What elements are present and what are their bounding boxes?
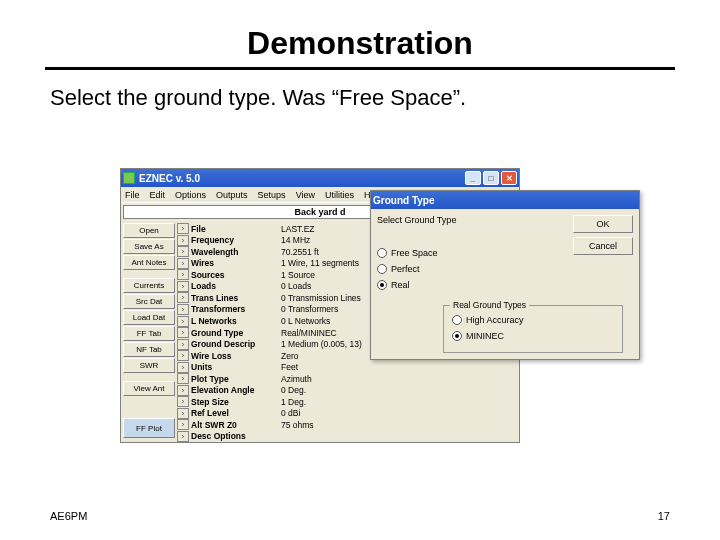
property-value: Feet [281, 362, 517, 372]
radio-label: Real [391, 280, 410, 290]
fftab-button[interactable]: FF Tab [123, 326, 175, 341]
property-label: Desc Options [191, 431, 281, 441]
radio-mininec[interactable]: MININEC [452, 328, 614, 344]
chevron-icon: › [177, 223, 189, 234]
property-label: Frequency [191, 235, 281, 245]
menu-setups[interactable]: Setups [258, 190, 286, 200]
ffplot-button[interactable]: FF Plot [123, 418, 175, 438]
chevron-icon: › [177, 235, 189, 246]
menu-utilities[interactable]: Utilities [325, 190, 354, 200]
radio-label: Perfect [391, 264, 420, 274]
menu-edit[interactable]: Edit [150, 190, 166, 200]
property-row[interactable]: ›Desc Options [177, 431, 517, 443]
minimize-button[interactable]: _ [465, 171, 481, 185]
radio-icon [452, 331, 462, 341]
property-label: File [191, 224, 281, 234]
dialog-label: Select Ground Type [377, 215, 565, 225]
page-number: 17 [658, 510, 670, 522]
chevron-icon: › [177, 396, 189, 407]
chevron-icon: › [177, 419, 189, 430]
real-ground-group: Real Ground Types High Accuracy MININEC [443, 305, 623, 353]
ok-button[interactable]: OK [573, 215, 633, 233]
property-value: 0 dBi [281, 408, 517, 418]
menu-outputs[interactable]: Outputs [216, 190, 248, 200]
nftab-button[interactable]: NF Tab [123, 342, 175, 357]
radio-real[interactable]: Real [377, 277, 565, 293]
saveas-button[interactable]: Save As [123, 239, 175, 254]
currents-button[interactable]: Currents [123, 278, 175, 293]
property-value: 1 Deg. [281, 397, 517, 407]
radio-icon [377, 280, 387, 290]
menu-view[interactable]: View [296, 190, 315, 200]
property-label: L Networks [191, 316, 281, 326]
dialog-title: Ground Type [373, 195, 434, 206]
menu-options[interactable]: Options [175, 190, 206, 200]
property-value: 0 Deg. [281, 385, 517, 395]
group-title: Real Ground Types [450, 300, 529, 310]
instruction-text: Select the ground type. Was “Free Space”… [50, 85, 670, 111]
antnotes-button[interactable]: Ant Notes [123, 255, 175, 270]
radio-label: Free Space [391, 248, 438, 258]
property-label: Loads [191, 281, 281, 291]
property-row[interactable]: ›UnitsFeet [177, 361, 517, 373]
app-titlebar[interactable]: EZNEC v. 5.0 _ □ ✕ [121, 169, 519, 187]
property-label: Step Size [191, 397, 281, 407]
radio-label: High Accuracy [466, 315, 524, 325]
menu-file[interactable]: File [125, 190, 140, 200]
viewant-button[interactable]: View Ant [123, 381, 175, 396]
chevron-icon: › [177, 269, 189, 280]
property-value: 75 ohms [281, 420, 517, 430]
property-label: Units [191, 362, 281, 372]
chevron-icon: › [177, 316, 189, 327]
radio-label: MININEC [466, 331, 504, 341]
radio-high-accuracy[interactable]: High Accuracy [452, 312, 614, 328]
srcdat-button[interactable]: Src Dat [123, 294, 175, 309]
property-label: Alt SWR Z0 [191, 420, 281, 430]
radio-icon [377, 264, 387, 274]
property-label: Sources [191, 270, 281, 280]
property-label: Trans Lines [191, 293, 281, 303]
loaddat-button[interactable]: Load Dat [123, 310, 175, 325]
property-label: Plot Type [191, 374, 281, 384]
radio-icon [452, 315, 462, 325]
swr-button[interactable]: SWR [123, 358, 175, 373]
property-label: Ground Type [191, 328, 281, 338]
open-button[interactable]: Open [123, 223, 175, 238]
slide-title: Demonstration [0, 25, 720, 62]
chevron-icon: › [177, 258, 189, 269]
maximize-button[interactable]: □ [483, 171, 499, 185]
title-rule [45, 67, 675, 70]
property-label: Wires [191, 258, 281, 268]
app-title: EZNEC v. 5.0 [139, 173, 200, 184]
chevron-icon: › [177, 281, 189, 292]
radio-free-space[interactable]: Free Space [377, 245, 565, 261]
chevron-icon: › [177, 431, 189, 442]
property-label: Ref Level [191, 408, 281, 418]
chevron-icon: › [177, 327, 189, 338]
chevron-icon: › [177, 350, 189, 361]
property-label: Transformers [191, 304, 281, 314]
dialog-titlebar[interactable]: Ground Type [371, 191, 639, 209]
property-value: Azimuth [281, 374, 517, 384]
chevron-icon: › [177, 362, 189, 373]
property-label: Wavelength [191, 247, 281, 257]
chevron-icon: › [177, 385, 189, 396]
property-row[interactable]: ›Alt SWR Z075 ohms [177, 419, 517, 431]
radio-icon [377, 248, 387, 258]
chevron-icon: › [177, 373, 189, 384]
app-icon [123, 172, 135, 184]
property-label: Elevation Angle [191, 385, 281, 395]
chevron-icon: › [177, 304, 189, 315]
chevron-icon: › [177, 339, 189, 350]
property-row[interactable]: ›Plot TypeAzimuth [177, 373, 517, 385]
close-button[interactable]: ✕ [501, 171, 517, 185]
radio-perfect[interactable]: Perfect [377, 261, 565, 277]
property-row[interactable]: ›Ref Level0 dBi [177, 408, 517, 420]
cancel-button[interactable]: Cancel [573, 237, 633, 255]
property-row[interactable]: ›Step Size1 Deg. [177, 396, 517, 408]
property-row[interactable]: ›Elevation Angle0 Deg. [177, 384, 517, 396]
ground-type-dialog: Ground Type Select Ground Type Free Spac… [370, 190, 640, 360]
chevron-icon: › [177, 292, 189, 303]
sidebar: Open Save As Ant Notes Currents Src Dat … [121, 221, 177, 444]
chevron-icon: › [177, 246, 189, 257]
